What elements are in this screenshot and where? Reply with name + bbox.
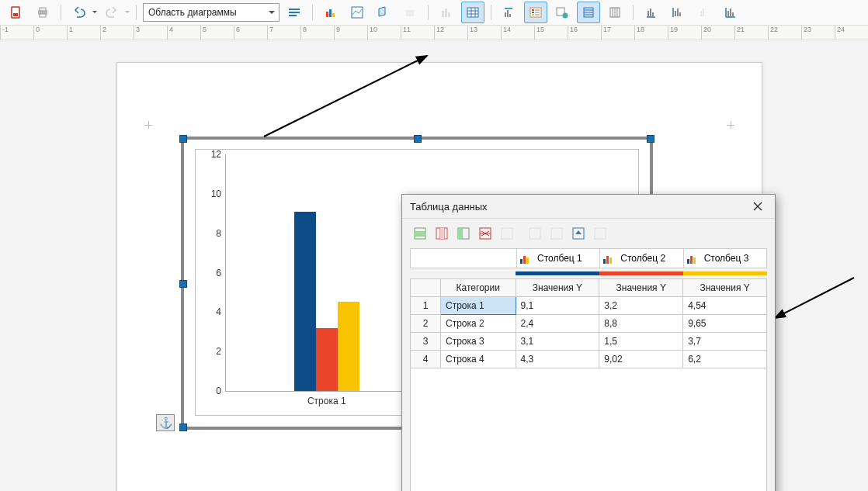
chart-bar[interactable]	[316, 328, 338, 391]
insert-series-button[interactable]	[432, 224, 452, 243]
chart-bar[interactable]	[338, 302, 359, 391]
chart-type-button[interactable]	[319, 2, 342, 23]
pdf-icon	[9, 5, 23, 19]
legend-on-button[interactable]	[524, 2, 547, 23]
series-name-input[interactable]	[703, 252, 760, 265]
format-selection-button[interactable]	[283, 2, 306, 23]
cell-value[interactable]: 9,1	[516, 297, 599, 315]
cell-category[interactable]: Строка 3	[441, 333, 516, 351]
move-row-up-button[interactable]	[568, 224, 589, 243]
cell-value[interactable]: 8,8	[599, 315, 683, 333]
series-name-input[interactable]	[619, 252, 676, 265]
resize-handle[interactable]	[179, 280, 187, 288]
insert-row-button[interactable]	[410, 224, 430, 243]
move-series-left-button	[525, 224, 545, 243]
row-number[interactable]: 2	[411, 315, 441, 333]
undo-button[interactable]	[68, 2, 91, 23]
svg-rect-1	[13, 13, 18, 16]
row-number[interactable]: 1	[411, 297, 441, 315]
move-up-icon	[572, 227, 585, 240]
chevron-down-icon[interactable]	[125, 11, 130, 16]
insert-text-col-button[interactable]	[453, 224, 474, 243]
table-icon	[466, 5, 480, 19]
svg-rect-23	[509, 14, 511, 17]
resize-handle[interactable]	[179, 424, 187, 431]
cell-value[interactable]: 9,02	[599, 351, 683, 368]
resize-handle[interactable]	[647, 135, 654, 143]
annotation-arrow-icon	[769, 271, 862, 334]
cell-value[interactable]: 3,7	[683, 333, 767, 351]
dialog-titlebar[interactable]: Таблица данных	[402, 195, 775, 219]
svg-rect-15	[448, 12, 450, 17]
series-header-cell[interactable]	[517, 249, 600, 268]
category-label: Строка 1	[226, 391, 428, 406]
bar-group[interactable]: Строка 1	[226, 154, 428, 391]
svg-rect-21	[505, 12, 506, 17]
table-row[interactable]: 1Строка 19,13,24,54	[411, 297, 767, 315]
chart-bar[interactable]	[294, 212, 316, 391]
table-row[interactable]: 3Строка 33,11,53,7	[411, 333, 767, 351]
cell-value[interactable]: 4,54	[683, 297, 767, 315]
export-pdf-button[interactable]	[5, 2, 28, 23]
ruler-tick: 18	[634, 26, 668, 40]
move-left-icon	[529, 227, 541, 240]
all-axes-icon	[724, 5, 738, 19]
table-row[interactable]: 4Строка 44,39,026,2	[411, 351, 767, 368]
row-number[interactable]: 3	[411, 333, 441, 351]
series-header-cell[interactable]	[684, 249, 766, 268]
y-axis-button[interactable]	[666, 2, 689, 23]
series-header-cell[interactable]	[600, 249, 683, 268]
all-axes-button[interactable]	[719, 2, 742, 23]
chart-area-button[interactable]	[345, 2, 369, 23]
separator	[428, 5, 429, 20]
data-table-dialog[interactable]: Таблица данных	[401, 194, 776, 491]
ruler-tick: 5	[200, 26, 234, 40]
cell-value[interactable]: 1,5	[599, 333, 683, 351]
legend-gear-icon	[555, 5, 569, 19]
print-button[interactable]	[31, 2, 54, 23]
cell-category[interactable]: Строка 2	[441, 315, 516, 333]
ruler-tick: 15	[534, 26, 568, 40]
data-table[interactable]: Категории Значения Y Значения Y Значения…	[410, 278, 767, 368]
anchor-icon[interactable]: ⚓	[156, 414, 175, 431]
cell-category[interactable]: Строка 4	[441, 351, 516, 368]
svg-rect-80	[595, 228, 606, 239]
row-number[interactable]: 4	[411, 351, 441, 368]
resize-handle[interactable]	[414, 135, 422, 143]
delete-row-button[interactable]	[475, 224, 495, 243]
close-icon	[753, 202, 762, 211]
dialog-body: Категории Значения Y Значения Y Значения…	[402, 248, 775, 491]
cell-value[interactable]: 3,1	[516, 333, 599, 351]
chevron-down-icon[interactable]	[92, 11, 97, 16]
x-axis-button[interactable]	[640, 2, 663, 23]
ruler-tick: 21	[734, 26, 768, 40]
table-row[interactable]: 2Строка 22,48,89,65	[411, 315, 767, 333]
col-header-categories[interactable]: Категории	[441, 279, 516, 297]
cell-value[interactable]: 6,2	[683, 351, 767, 368]
series-name-input[interactable]	[536, 252, 593, 265]
series-color-bar	[410, 271, 767, 275]
titles-button[interactable]	[498, 2, 521, 23]
legend-format-button[interactable]	[550, 2, 574, 23]
vgrid-button[interactable]	[603, 2, 627, 23]
chart-wall-button[interactable]	[372, 2, 395, 23]
cell-value[interactable]: 2,4	[516, 315, 599, 333]
crop-mark-icon	[727, 121, 734, 129]
svg-rect-48	[679, 12, 681, 16]
svg-rect-5	[289, 9, 300, 10]
hgrid-button[interactable]	[577, 2, 600, 23]
svg-rect-16	[467, 8, 478, 17]
data-table-button[interactable]	[461, 2, 484, 23]
chart-element-combo[interactable]: Область диаграммы	[143, 3, 279, 22]
col-header-values[interactable]: Значения Y	[516, 279, 599, 297]
cell-value[interactable]: 9,65	[683, 315, 767, 333]
cell-value[interactable]: 3,2	[599, 297, 683, 315]
ruler-tick: 11	[401, 26, 434, 40]
cell-value[interactable]: 4,3	[516, 351, 599, 368]
col-header-values[interactable]: Значения Y	[599, 279, 683, 297]
close-button[interactable]	[748, 197, 767, 216]
col-header-values[interactable]: Значения Y	[683, 279, 767, 297]
resize-handle[interactable]	[179, 135, 187, 143]
cell-category[interactable]: Строка 1	[441, 297, 516, 315]
y-tick-label: 12	[211, 149, 226, 160]
